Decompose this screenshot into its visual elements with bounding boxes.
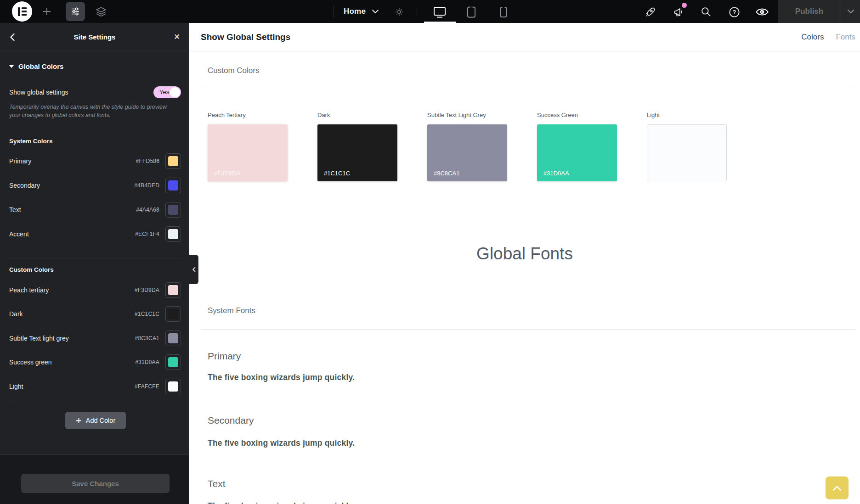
color-row-text: Text #4A4A68 [9, 202, 181, 218]
style-guide-header: Show Global Settings Colors Fonts [189, 23, 860, 51]
style-guide-title: Show Global Settings [201, 32, 290, 42]
chevron-up-icon [832, 485, 842, 491]
color-label: Subtle Text light grey [9, 335, 135, 342]
add-color-button[interactable]: Add Color [65, 412, 126, 429]
color-hex: #31D0AA [135, 359, 159, 365]
color-label: Accent [9, 230, 135, 238]
search-icon [700, 6, 712, 18]
sliders-icon [70, 6, 81, 17]
tab-fonts[interactable]: Fonts [836, 33, 855, 42]
color-picker-button[interactable] [165, 202, 181, 218]
color-row-light: Light #FAFCFE [9, 379, 181, 394]
color-card-column: Light [647, 112, 742, 181]
finder-search-button[interactable] [699, 6, 713, 18]
font-text-sample: The five boxing wizards jump quickly. [208, 501, 355, 504]
section-divider [9, 258, 181, 258]
show-global-settings-toggle[interactable]: Yes [153, 86, 181, 98]
color-picker-button[interactable] [165, 178, 181, 193]
color-row-dark: Dark #1C1C1C [9, 306, 181, 322]
upgrade-button[interactable] [643, 6, 657, 18]
color-swatch [168, 333, 178, 343]
active-device-underline [424, 22, 456, 23]
color-hex: #F3D9DA [135, 287, 159, 293]
color-swatch [168, 381, 178, 392]
close-icon: ✕ [174, 32, 180, 42]
device-desktop-button[interactable] [432, 6, 447, 18]
preview-button[interactable] [755, 6, 769, 18]
elementor-logo-glyph [18, 7, 27, 16]
publish-zone: Publish [778, 0, 860, 23]
global-colors-section-label: Global Colors [18, 62, 63, 70]
gear-icon [394, 6, 405, 17]
toolbar-divider [417, 6, 417, 17]
publish-options-button[interactable] [841, 9, 860, 14]
color-picker-button[interactable] [165, 226, 181, 242]
color-picker-button[interactable] [165, 282, 181, 298]
color-swatch [168, 309, 178, 319]
color-picker-button[interactable] [165, 306, 181, 322]
panel-collapse-handle[interactable] [189, 255, 198, 284]
color-swatch [168, 229, 178, 239]
color-picker-button[interactable] [165, 379, 181, 394]
scroll-to-top-button[interactable] [826, 476, 849, 499]
custom-colors-heading: Custom Colors [9, 266, 54, 273]
color-swatch [168, 357, 178, 367]
caret-down-icon [9, 65, 14, 68]
color-picker-button[interactable] [165, 153, 181, 169]
color-swatch [168, 205, 178, 215]
color-card-column: Subtle Text Light Grey #8C8CA1 [427, 112, 523, 181]
color-picker-button[interactable] [165, 354, 181, 370]
site-settings-panel: Site Settings ✕ Global Colors Show globa… [0, 23, 189, 504]
add-element-button[interactable] [41, 6, 52, 17]
color-card-label: Dark [317, 112, 413, 118]
document-menu[interactable]: Home [344, 6, 366, 17]
color-card-hex: #8C8CA1 [434, 170, 459, 177]
custom-colors-section-heading: Custom Colors [208, 66, 259, 75]
custom-color-cards: Peach Tertiary #F3D9DA Dark #1C1C1C Subt… [208, 112, 742, 181]
color-row-primary: Primary #FFD586 [9, 153, 181, 169]
site-settings-button[interactable] [66, 2, 85, 21]
color-row-subtle-text: Subtle Text light grey #8C8CA1 [9, 330, 181, 346]
color-card-label: Peach Tertiary [208, 112, 303, 118]
structure-button[interactable] [95, 6, 108, 18]
color-card-peach-tertiary: #F3D9DA [208, 124, 288, 181]
publish-button[interactable]: Publish [778, 7, 841, 16]
color-swatch [168, 156, 178, 166]
desktop-icon [433, 6, 447, 18]
chevron-left-icon [9, 33, 16, 41]
document-menu-caret[interactable] [371, 8, 379, 15]
color-row-peach-tertiary: Peach tertiary #F3D9DA [9, 282, 181, 298]
device-tablet-button[interactable] [465, 6, 478, 18]
back-button[interactable] [6, 30, 19, 44]
color-hex: #4A4A68 [136, 207, 159, 213]
mobile-icon [499, 6, 508, 18]
page-settings-button[interactable] [393, 6, 405, 18]
tab-colors[interactable]: Colors [801, 33, 824, 42]
font-text-name: Text [208, 478, 226, 489]
section-divider [9, 402, 181, 402]
color-card-label: Light [647, 112, 742, 118]
style-guide-canvas: Custom Colors Peach Tertiary #F3D9DA Dar… [189, 51, 860, 504]
color-row-secondary: Secondary #4B4DED [9, 178, 181, 193]
save-changes-button[interactable]: Save Changes [21, 474, 170, 493]
toggle-knob [170, 87, 180, 97]
global-colors-section-toggle[interactable]: Global Colors [9, 62, 63, 70]
color-card-hex: #F3D9DA [214, 170, 240, 177]
help-button[interactable]: ? [727, 6, 741, 18]
add-color-label: Add Color [86, 417, 115, 424]
color-hex: #ECF1F4 [135, 231, 159, 237]
color-card-label: Success Green [537, 112, 633, 118]
color-hex: #4B4DED [134, 182, 159, 189]
color-card-hex: #31D0AA [543, 170, 569, 177]
document-menu-label: Home [344, 7, 366, 16]
plus-icon [76, 418, 82, 424]
font-primary-name: Primary [208, 351, 241, 362]
close-button[interactable]: ✕ [170, 30, 184, 44]
color-card-light [647, 124, 727, 181]
color-picker-button[interactable] [165, 330, 181, 346]
section-rule [201, 329, 855, 330]
help-icon: ? [728, 6, 741, 18]
elementor-logo[interactable] [12, 1, 32, 22]
device-mobile-button[interactable] [498, 6, 509, 18]
notification-dot [682, 3, 687, 8]
